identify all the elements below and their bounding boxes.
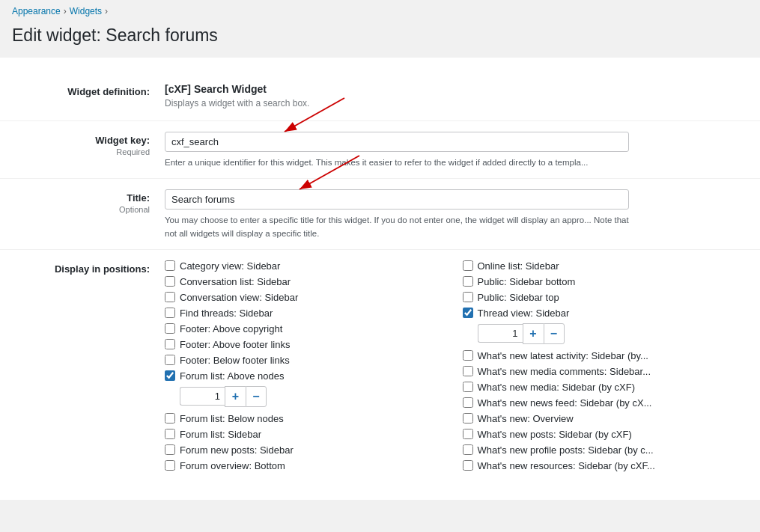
breadcrumb-sep1: › [64, 6, 67, 16]
checkbox-item: Category view: Sidebar [165, 260, 448, 272]
checkbox-item: Forum list: Below nodes [165, 413, 448, 424]
checkbox-item: What's new media: Sidebar (by cXF) [463, 382, 746, 393]
position-checkbox-right-3[interactable] [463, 308, 473, 318]
position-checkbox-right-8[interactable] [463, 413, 473, 424]
widget-key-row: Widget key: Required Enter a unique iden… [0, 121, 760, 179]
position-checkbox-right-10[interactable] [463, 444, 473, 455]
position-checkbox-right-1[interactable] [463, 276, 473, 287]
checkbox-item: What's new news feed: Sidebar (by cX... [463, 397, 746, 409]
page-title: Edit widget: Search forums [0, 22, 760, 58]
position-label: Find threads: Sidebar [180, 308, 273, 319]
breadcrumb-widgets[interactable]: Widgets [70, 6, 102, 16]
left-stepper-plus[interactable]: + [225, 386, 246, 407]
position-checkbox-right-9[interactable] [463, 429, 473, 439]
position-checkbox-left-6[interactable] [165, 355, 175, 365]
checkbox-item: What's new profile posts: Sidebar (by c.… [463, 444, 746, 456]
position-checkbox-left-4[interactable] [165, 323, 175, 334]
checkbox-item: Forum new posts: Sidebar [165, 444, 448, 456]
position-label: Forum overview: Bottom [180, 460, 285, 471]
widget-definition-desc: Displays a widget with a search box. [165, 98, 745, 108]
positions-field-col: Category view: SidebarConversation list:… [165, 259, 745, 476]
widget-definition-label: Widget definition: [15, 86, 150, 97]
title-row: Title: Optional You may choose to enter … [0, 179, 760, 250]
checkbox-item: Footer: Below footer links [165, 355, 448, 366]
position-label: Thread view: Sidebar [478, 308, 570, 319]
position-checkbox-left-11[interactable] [165, 460, 175, 471]
right-stepper-minus[interactable]: − [544, 323, 565, 344]
title-help: You may choose to enter a specific title… [165, 214, 629, 240]
position-checkbox-left-9[interactable] [165, 429, 175, 439]
position-label: Footer: Below footer links [180, 355, 290, 366]
left-stepper-input[interactable] [180, 387, 225, 406]
position-checkbox-right-0[interactable] [463, 260, 473, 271]
checkbox-item: Thread view: Sidebar [463, 308, 746, 319]
position-checkbox-left-1[interactable] [165, 276, 175, 287]
position-checkbox-left-5[interactable] [165, 339, 175, 349]
checkbox-item: Conversation list: Sidebar [165, 276, 448, 287]
position-checkbox-right-2[interactable] [463, 292, 473, 302]
right-stepper-input[interactable] [478, 324, 523, 343]
positions-label-col: Display in positions: [15, 259, 165, 476]
widget-key-input[interactable] [165, 132, 629, 152]
position-checkbox-left-7[interactable] [165, 370, 175, 381]
position-label: Forum list: Below nodes [180, 413, 284, 424]
title-label-col: Title: Optional [15, 188, 165, 240]
checkbox-item: Footer: Above copyright [165, 323, 448, 334]
position-label: What's new media: Sidebar (by cXF) [478, 382, 636, 393]
position-label: Conversation view: Sidebar [180, 292, 298, 303]
left-stepper-row: +− [180, 386, 448, 407]
checkbox-item: What's new latest activity: Sidebar (by.… [463, 350, 746, 361]
title-input[interactable] [165, 189, 629, 210]
position-label: What's new posts: Sidebar (by cXF) [478, 429, 632, 440]
positions-left-col: Category view: SidebarConversation list:… [165, 260, 448, 476]
checkbox-item: Forum list: Sidebar [165, 429, 448, 440]
widget-definition-row: Widget definition: [cXF] Search Widget D… [0, 73, 760, 121]
position-label: Conversation list: Sidebar [180, 276, 291, 287]
position-label: Category view: Sidebar [180, 260, 280, 272]
checkbox-item: What's new: Overview [463, 413, 746, 424]
checkbox-item: Forum overview: Bottom [165, 460, 448, 471]
position-label: What's new profile posts: Sidebar (by c.… [478, 444, 654, 456]
position-checkbox-left-0[interactable] [165, 260, 175, 271]
position-checkbox-left-3[interactable] [165, 308, 175, 318]
checkbox-item: What's new resources: Sidebar (by cXF... [463, 460, 746, 471]
position-label: Forum list: Above nodes [180, 370, 284, 382]
checkbox-item: Footer: Above footer links [165, 339, 448, 350]
breadcrumb-appearance[interactable]: Appearance [12, 6, 61, 16]
position-checkbox-right-11[interactable] [463, 460, 473, 471]
position-label: What's new news feed: Sidebar (by cX... [478, 397, 652, 409]
position-label: What's new latest activity: Sidebar (by.… [478, 350, 648, 361]
position-label: What's new media comments: Sidebar... [478, 366, 651, 377]
widget-key-label: Widget key: [15, 135, 150, 146]
positions-grid: Category view: SidebarConversation list:… [165, 260, 745, 476]
position-label: Forum new posts: Sidebar [180, 444, 294, 456]
position-checkbox-right-6[interactable] [463, 382, 473, 392]
checkbox-item: What's new posts: Sidebar (by cXF) [463, 429, 746, 440]
position-label: Forum list: Sidebar [180, 429, 261, 440]
breadcrumb: Appearance › Widgets › [0, 0, 760, 22]
position-label: Footer: Above copyright [180, 323, 282, 334]
right-stepper-plus[interactable]: + [523, 323, 544, 344]
title-field-col: You may choose to enter a specific title… [165, 188, 745, 240]
widget-key-label-col: Widget key: Required [15, 130, 165, 169]
position-checkbox-right-7[interactable] [463, 397, 473, 408]
position-checkbox-right-4[interactable] [463, 350, 473, 361]
widget-key-field-col: Enter a unique identifier for this widge… [165, 130, 745, 169]
checkbox-item: Public: Sidebar top [463, 292, 746, 303]
position-label: Footer: Above footer links [180, 339, 290, 350]
position-checkbox-left-8[interactable] [165, 413, 175, 424]
title-sublabel: Optional [15, 205, 150, 214]
position-checkbox-left-2[interactable] [165, 292, 175, 302]
positions-label: Display in positions: [15, 263, 150, 275]
position-label: Public: Sidebar top [478, 292, 559, 303]
positions-right-col: Online list: SidebarPublic: Sidebar bott… [463, 260, 746, 476]
position-checkbox-right-5[interactable] [463, 366, 473, 376]
left-stepper-minus[interactable]: − [246, 386, 267, 407]
right-stepper-row: +− [478, 323, 746, 344]
checkbox-item: Public: Sidebar bottom [463, 276, 746, 287]
widget-key-sublabel: Required [15, 147, 150, 156]
position-label: Public: Sidebar bottom [478, 276, 576, 287]
position-label: What's new resources: Sidebar (by cXF... [478, 460, 655, 471]
position-checkbox-left-10[interactable] [165, 444, 175, 455]
checkbox-item: Online list: Sidebar [463, 260, 746, 272]
